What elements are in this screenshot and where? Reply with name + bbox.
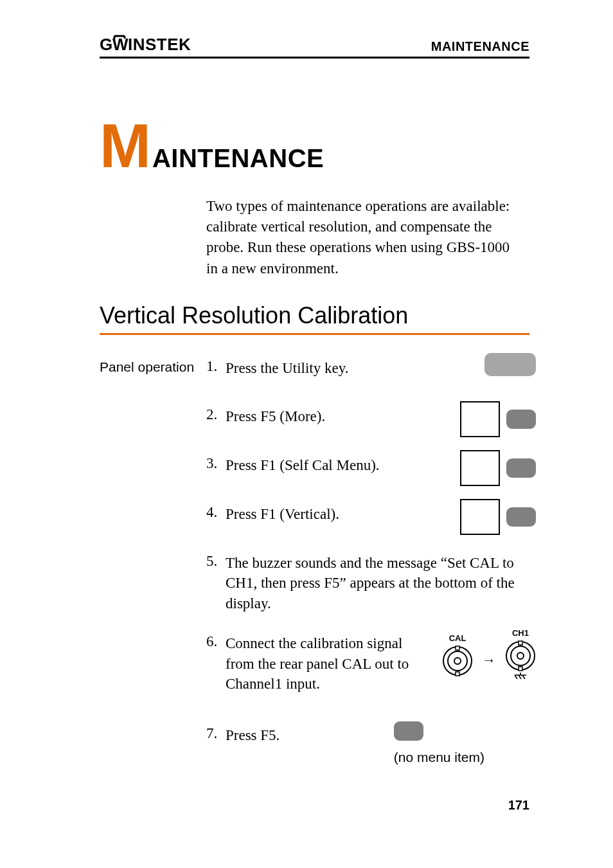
step-1-graphic [484, 353, 536, 376]
chapter-title: M AINTENANCE [100, 122, 529, 173]
step-4-graphic [460, 499, 536, 535]
step-2: 2. Press F5 (More). [206, 406, 529, 427]
step-7-graphic: (no menu item) [394, 721, 484, 765]
softkey-icon [394, 721, 423, 741]
step-number: 1. [206, 358, 226, 375]
utility-key-icon [484, 353, 536, 376]
chapter-initial: M [100, 122, 151, 171]
cal-label: CAL [449, 633, 466, 643]
svg-line-16 [519, 675, 521, 679]
step-1: 1. Press the Utility key. [206, 358, 529, 379]
svg-point-4 [448, 651, 467, 671]
section-heading: Vertical Resolution Calibration [100, 302, 529, 335]
panel-operation-label: Panel operation [100, 358, 206, 746]
steps-list: 1. Press the Utility key. 2. Press F5 (M… [206, 358, 529, 746]
svg-rect-6 [456, 646, 459, 650]
bnc-icon [505, 640, 536, 671]
step-text: The buzzer sounds and the message “Set C… [226, 553, 528, 614]
gwinstek-logo-svg: G W INSTEK [100, 35, 209, 54]
chapter-rest: AINTENANCE [152, 144, 324, 173]
svg-rect-11 [519, 641, 522, 645]
step-5: 5. The buzzer sounds and the message “Se… [206, 553, 529, 614]
step-6: 6. Connect the calibration signal from t… [206, 633, 529, 694]
brand-logo: G W INSTEK [100, 35, 209, 54]
step-number: 7. [206, 725, 226, 742]
softkey-icon [506, 410, 536, 429]
bnc-icon [442, 646, 473, 676]
ground-icon [513, 673, 528, 682]
svg-rect-12 [519, 667, 522, 671]
svg-line-15 [515, 675, 517, 679]
step-3: 3. Press F1 (Self Cal Menu). [206, 455, 529, 476]
ch1-connector: CH1 [505, 628, 536, 682]
step-number: 4. [206, 504, 226, 521]
step-number: 6. [206, 633, 226, 650]
softkey-icon [506, 507, 536, 527]
svg-text:G: G [100, 35, 113, 54]
step-number: 3. [206, 455, 226, 472]
display-box-icon [460, 450, 500, 486]
step-text: Connect the calibration signal from the … [226, 633, 418, 694]
header-row: G W INSTEK MAINTENANCE [100, 35, 529, 59]
page-number: 171 [508, 798, 529, 813]
softkey-icon [506, 458, 536, 478]
svg-point-10 [517, 653, 524, 659]
no-menu-label: (no menu item) [394, 750, 484, 765]
step-text: Press the Utility key. [226, 358, 521, 379]
cal-connector: CAL [442, 633, 473, 676]
display-box-icon [460, 401, 500, 437]
ch1-label: CH1 [512, 628, 529, 638]
arrow-icon: → [482, 652, 496, 669]
svg-point-9 [511, 646, 530, 665]
step-4: 4. Press F1 (Vertical). [206, 504, 529, 525]
display-box-icon [460, 499, 500, 535]
step-6-graphic: CAL → CH1 [442, 628, 536, 682]
svg-rect-7 [456, 672, 459, 676]
svg-point-5 [454, 658, 461, 664]
svg-text:INSTEK: INSTEK [128, 35, 191, 54]
step-7: 7. Press F5. (no menu item) [206, 725, 529, 746]
svg-line-17 [522, 675, 525, 679]
header-section-name: MAINTENANCE [431, 39, 529, 54]
step-number: 5. [206, 553, 226, 570]
intro-paragraph: Two types of maintenance operations are … [206, 196, 515, 279]
step-3-graphic [460, 450, 536, 486]
step-number: 2. [206, 406, 226, 423]
step-2-graphic [460, 401, 536, 437]
